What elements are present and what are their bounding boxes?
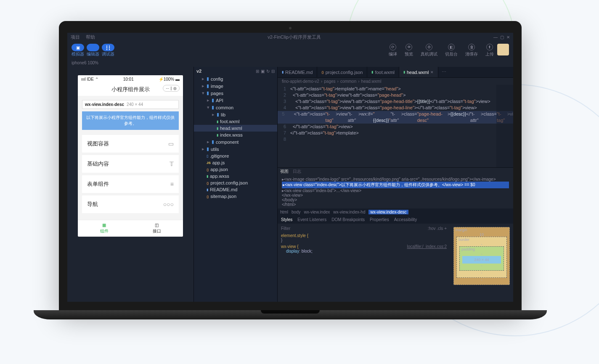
dom-node-4[interactable]: </body> [282, 198, 509, 202]
tree-node-config[interactable]: ▸▮config [194, 75, 277, 82]
window-title: v2-FinClip小程序开发工具 [95, 34, 493, 40]
tree-node-lib[interactable]: ▸▮lib [194, 111, 277, 118]
sim-menu-2[interactable]: 表单组件≡ [82, 175, 179, 193]
action-btn-2[interactable]: ⚙真机调试 [421, 44, 437, 57]
dom-node-5[interactable]: </html> [282, 202, 509, 207]
close-icon[interactable]: ✕ [506, 35, 510, 40]
action-btn-4[interactable]: 🗑清缓存 [465, 44, 478, 57]
phone-frame: ıııl IDE ⌃ 10:01 ⚡100% ▬ 小程序组件展示 ··· | ◎ [78, 75, 183, 237]
dom-node-0[interactable]: ▸<wx-image class="index-logo" src="../re… [282, 177, 509, 182]
action-btn-0[interactable]: ⟳编译 [389, 44, 397, 57]
toolbar: ▣模拟器编辑器┇┇调试器 ⟳编译👁预览⚙真机调试◧切后台🗑清缓存⬆上传 [67, 41, 513, 59]
dom-node-2[interactable]: ▸<wx-view class="index-bd">…</wx-view> [282, 188, 509, 193]
window-controls: — ▢ ✕ [493, 35, 510, 40]
dom-crumb-2[interactable]: wx-view.index [304, 210, 330, 214]
editor-tab-3[interactable]: ▮head.wxml✕ [399, 67, 439, 77]
sim-tab-1[interactable]: ◫接口 [130, 220, 183, 237]
minimize-icon[interactable]: — [493, 35, 498, 40]
ide-window: 项目 帮助 v2-FinClip小程序开发工具 — ▢ ✕ ▣模拟器编辑器┇┇调… [67, 33, 513, 302]
tree-node-.gitignore[interactable]: ▯.gitignore [194, 153, 277, 159]
tree-node-utils[interactable]: ▸▮utils [194, 145, 277, 153]
sim-menu-0[interactable]: 视图容器▭ [82, 135, 179, 153]
dom-crumb-1[interactable]: body [292, 210, 301, 214]
devtools-subtab-2[interactable]: DOM Breakpoints [331, 217, 365, 222]
dom-breadcrumbs[interactable]: htmlbodywx-view.indexwx-view.index-hdwx-… [278, 208, 513, 216]
sim-menu-1[interactable]: 基础内容𝕋 [82, 155, 179, 173]
devtools-subtab-0[interactable]: Styles [281, 217, 292, 222]
refresh-icon[interactable]: ↻ [266, 69, 270, 74]
menu-project[interactable]: 项目 [71, 34, 80, 40]
capsule-button[interactable]: ··· | ◎ [163, 85, 180, 92]
sim-tab-0[interactable]: ▦组件 [78, 220, 130, 237]
app-title: 小程序组件展示 [111, 86, 150, 92]
tree-node-API[interactable]: ▸▮API [194, 97, 277, 104]
editor-tab-2[interactable]: ▮foot.wxml [367, 67, 399, 77]
laptop-frame: 项目 帮助 v2-FinClip小程序开发工具 — ▢ ✕ ▣模拟器编辑器┇┇调… [59, 21, 522, 319]
tree-node-app.js[interactable]: JSapp.js [194, 159, 277, 166]
editor-tab-1[interactable]: {}project.config.json [317, 67, 367, 77]
capsule-more-icon[interactable]: ··· [166, 86, 169, 90]
status-time: 10:01 [123, 77, 134, 82]
dom-crumb-0[interactable]: html [280, 210, 288, 214]
dom-inspector[interactable]: ▸<wx-image class="index-logo" src="../re… [278, 175, 513, 208]
new-file-icon[interactable]: ⊞ [256, 69, 259, 74]
sim-menu-3[interactable]: 导航○○○ [82, 195, 179, 213]
breadcrumbs[interactable]: fino-applet-demo-v2›pages›common›head.wx… [278, 78, 513, 85]
tree-node-pages[interactable]: ▾▮pages [194, 90, 277, 97]
action-btn-3[interactable]: ◧切后台 [445, 44, 458, 57]
avatar[interactable] [497, 44, 509, 55]
tab-overflow-icon[interactable]: ⋯ [438, 67, 450, 77]
styles-panel[interactable]: Filter :hov .cls + element.style {}</spa… [278, 224, 450, 302]
inspect-tooltip: wx-view.index-desc 240 × 44 [82, 100, 179, 109]
status-signal: ıııl IDE ⌃ [81, 77, 98, 82]
devtools-tab-log[interactable]: 日志 [293, 169, 301, 174]
minimap[interactable] [496, 85, 513, 167]
tree-node-sitemap.json[interactable]: {}sitemap.json [194, 193, 277, 200]
box-model[interactable]: margin 10 border - padding - 240 × 4 [450, 224, 513, 302]
filter-input[interactable]: Filter [281, 226, 290, 231]
tree-node-project.config.json[interactable]: {}project.config.json [194, 179, 277, 186]
dom-node-1[interactable]: ▸<wx-view class="index-desc">以下将展示小程序官方组… [282, 182, 509, 188]
editor-tab-0[interactable]: ▮README.md [278, 67, 317, 77]
dom-node-3[interactable]: </wx-view> [282, 193, 509, 198]
devtools: 视图 日志 ▸<wx-image class="index-logo" src=… [278, 167, 513, 302]
collapse-icon[interactable]: ⊟ [271, 69, 275, 74]
tree-node-component[interactable]: ▸▮component [194, 138, 277, 145]
devtools-tab-view[interactable]: 视图 [280, 169, 289, 174]
tree-node-head.wxml[interactable]: ▮head.wxml [194, 125, 277, 132]
editor-pane: ▮README.md{}project.config.json▮foot.wxm… [278, 67, 513, 302]
mode-btn-0[interactable]: ▣模拟器 [72, 44, 84, 57]
tree-node-app.json[interactable]: {}app.json [194, 166, 277, 173]
dom-crumb-3[interactable]: wx-view.index-hd [333, 210, 365, 214]
capsule-close-icon[interactable]: ◎ [173, 86, 177, 90]
mode-btn-1[interactable]: 编辑器 [87, 44, 99, 57]
tree-node-app.wxss[interactable]: ▮app.wxss [194, 173, 277, 179]
project-root[interactable]: v2 [196, 69, 201, 74]
code-editor[interactable]: 1<"t-attr">class="t-tag">template "t-att… [278, 85, 513, 167]
close-tab-icon[interactable]: ✕ [430, 70, 434, 74]
filter-controls[interactable]: :hov .cls + [428, 226, 447, 231]
action-btn-5[interactable]: ⬆上传 [485, 44, 494, 57]
menu-bar: 项目 帮助 [71, 34, 95, 40]
mode-btn-2[interactable]: ┇┇调试器 [102, 44, 114, 57]
tree-node-README.md[interactable]: ▮README.md [194, 186, 277, 193]
highlighted-element[interactable]: 以下将展示小程序官方组件能力，组件样式仅供参考。 [82, 111, 179, 130]
maximize-icon[interactable]: ▢ [500, 35, 504, 40]
new-folder-icon[interactable]: ▣ [261, 69, 265, 74]
dom-crumb-4[interactable]: wx-view.index-desc [368, 210, 408, 214]
file-explorer: v2 ⊞ ▣ ↻ ⊟ ▸▮config▸▮image▾▮pages▸▮API▾▮… [193, 67, 278, 302]
titlebar: 项目 帮助 v2-FinClip小程序开发工具 — ▢ ✕ [67, 33, 513, 41]
devtools-subtab-4[interactable]: Accessibility [394, 217, 417, 222]
tree-node-image[interactable]: ▸▮image [194, 82, 277, 90]
action-btn-1[interactable]: 👁预览 [405, 44, 413, 57]
tree-node-foot.wxml[interactable]: ▮foot.wxml [194, 118, 277, 125]
devtools-subtab-1[interactable]: Event Listeners [297, 217, 326, 222]
camera-dot [289, 27, 292, 29]
tree-node-index.wxss[interactable]: ▮index.wxss [194, 132, 277, 138]
simulator-pane: ıııl IDE ⌃ 10:01 ⚡100% ▬ 小程序组件展示 ··· | ◎ [67, 67, 193, 302]
tree-node-common[interactable]: ▾▮common [194, 104, 277, 111]
devtools-subtab-3[interactable]: Properties [370, 217, 389, 222]
menu-help[interactable]: 帮助 [86, 34, 95, 40]
status-battery: ⚡100% ▬ [159, 77, 180, 82]
device-info[interactable]: iphone6 100% [67, 59, 513, 67]
